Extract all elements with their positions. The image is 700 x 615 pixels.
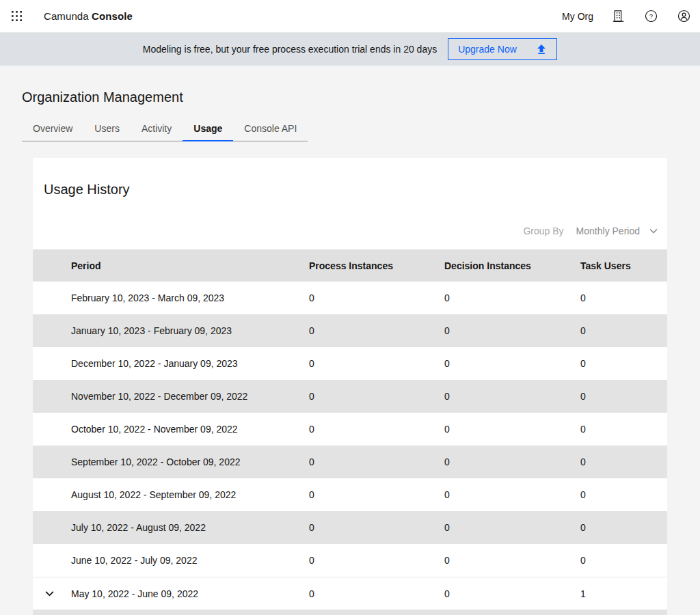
cell-period: November 10, 2022 - December 09, 2022	[71, 391, 309, 402]
cell-decision-instances: 0	[444, 292, 580, 303]
trial-banner-message: Modeling is free, but your free process …	[143, 44, 437, 55]
usage-history-card: Usage History Group By Monthly Period Pe…	[33, 158, 667, 615]
cell-task-users: 0	[580, 522, 667, 533]
cell-process-instances: 0	[309, 522, 444, 533]
cell-decision-instances: 0	[444, 358, 580, 369]
trial-banner: Modeling is free, but your free process …	[0, 33, 700, 66]
cell-period: December 10, 2022 - January 09, 2023	[71, 358, 309, 369]
upgrade-now-label: Upgrade Now	[458, 44, 517, 55]
tab-console-api[interactable]: Console API	[233, 118, 308, 141]
cell-decision-instances: 0	[444, 424, 580, 435]
cell-task-users: 0	[580, 391, 667, 402]
cell-process-instances: 0	[309, 555, 444, 566]
user-avatar-icon	[677, 10, 690, 23]
cell-period: February 10, 2023 - March 09, 2023	[71, 292, 309, 303]
cell-period: October 10, 2022 - November 09, 2022	[71, 424, 309, 435]
cell-period: August 10, 2022 - September 09, 2022	[71, 489, 309, 500]
cell-task-users: 0	[580, 424, 667, 435]
cell-process-instances: 0	[309, 489, 444, 500]
cell-task-users: 0	[580, 358, 667, 369]
help-button[interactable]: ?	[634, 0, 667, 33]
org-name[interactable]: My Org	[562, 11, 593, 22]
cell-decision-instances: 0	[444, 391, 580, 402]
cell-process-instances: 0	[309, 424, 444, 435]
cell-period: July 10, 2022 - August 09, 2022	[71, 522, 309, 533]
cell-task-users: 1	[580, 588, 667, 599]
column-header-period: Period	[71, 260, 309, 271]
cell-decision-instances: 0	[444, 588, 580, 599]
cell-period: September 10, 2022 - October 09, 2022	[71, 456, 309, 467]
app-switcher-button[interactable]	[0, 0, 33, 33]
cell-decision-instances: 0	[444, 555, 580, 566]
cell-task-users: 0	[580, 292, 667, 303]
cell-decision-instances: 0	[444, 456, 580, 467]
app-header: Camunda Console My Org	[0, 0, 700, 33]
chevron-down-icon	[649, 228, 658, 234]
group-by-row: Group By Monthly Period	[33, 223, 667, 238]
building-icon	[612, 10, 625, 23]
cell-process-instances: 0	[309, 358, 444, 369]
column-header-task-users: Task Users	[580, 260, 667, 271]
tab-users[interactable]: Users	[83, 118, 131, 141]
help-icon: ?	[645, 10, 658, 23]
cell-period: May 10, 2022 - June 09, 2022	[71, 588, 309, 599]
svg-text:?: ?	[649, 12, 652, 20]
table-row: June 10, 2022 - July 09, 2022 0 0 0	[33, 544, 667, 577]
organization-button[interactable]	[602, 0, 634, 33]
table-row: September 10, 2022 - October 09, 2022 0 …	[33, 446, 667, 478]
table-row: May 10, 2022 - June 09, 2022 0 0 1	[33, 577, 667, 610]
column-header-process-instances: Process Instances	[309, 260, 444, 271]
user-menu-button[interactable]	[667, 0, 700, 33]
cell-process-instances: 0	[309, 391, 444, 402]
page-title: Organization Management	[22, 88, 700, 106]
group-by-label: Group By	[523, 226, 563, 236]
grid-menu-icon	[11, 10, 23, 22]
cell-task-users: 0	[580, 489, 667, 500]
tab-usage[interactable]: Usage	[183, 118, 233, 141]
upgrade-icon	[536, 44, 547, 55]
cell-process-instances: 0	[309, 588, 444, 599]
table-row: February 10, 2023 - March 09, 2023 0 0 0	[33, 282, 667, 314]
cell-decision-instances: 0	[444, 522, 580, 533]
cell-process-instances: 0	[309, 325, 444, 336]
table-row: October 10, 2022 - November 09, 2022 0 0…	[33, 413, 667, 446]
cell-task-users: 0	[580, 456, 667, 467]
tab-activity[interactable]: Activity	[131, 118, 183, 141]
cell-process-instances: 0	[309, 292, 444, 303]
table-row: July 10, 2022 - August 09, 2022 0 0 0	[33, 511, 667, 544]
usage-history-title: Usage History	[44, 180, 667, 199]
usage-table-header: Period Process Instances Decision Instan…	[33, 249, 667, 282]
usage-table: Period Process Instances Decision Instan…	[33, 249, 667, 615]
cell-task-users: 0	[580, 325, 667, 336]
cell-decision-instances: 0	[444, 489, 580, 500]
row-expander-chevron-down-icon[interactable]	[44, 588, 55, 599]
group-by-dropdown[interactable]: Monthly Period	[576, 226, 658, 236]
group-by-value: Monthly Period	[576, 226, 640, 236]
cell-period: June 10, 2022 - July 09, 2022	[71, 555, 309, 566]
table-row: December 10, 2022 - January 09, 2023 0 0…	[33, 347, 667, 380]
table-row: April 10, 2022 - May 09, 2022 0 0 0	[33, 610, 667, 615]
cell-period: January 10, 2023 - February 09, 2023	[71, 325, 309, 336]
cell-decision-instances: 0	[444, 325, 580, 336]
table-row: January 10, 2023 - February 09, 2023 0 0…	[33, 314, 667, 347]
upgrade-now-button[interactable]: Upgrade Now	[448, 38, 557, 60]
cell-task-users: 0	[580, 555, 667, 566]
cell-process-instances: 0	[309, 456, 444, 467]
table-row: November 10, 2022 - December 09, 2022 0 …	[33, 380, 667, 413]
usage-table-body: February 10, 2023 - March 09, 2023 0 0 0…	[33, 282, 667, 615]
column-header-decision-instances: Decision Instances	[444, 260, 580, 271]
table-row: August 10, 2022 - September 09, 2022 0 0…	[33, 478, 667, 511]
tab-overview[interactable]: Overview	[22, 118, 83, 141]
tab-bar: Overview Users Activity Usage Console AP…	[22, 118, 308, 141]
brand-title: Camunda Console	[44, 10, 133, 22]
